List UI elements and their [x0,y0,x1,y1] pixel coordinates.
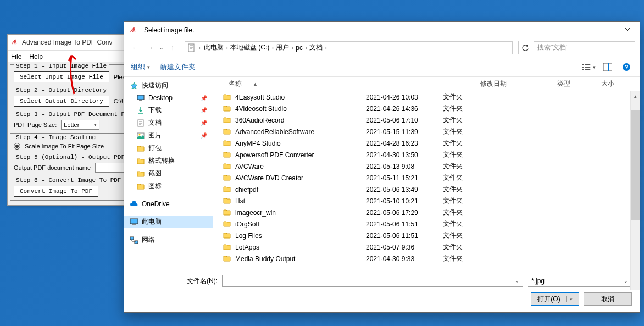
select-input-image-button[interactable]: Select Input Image File [14,71,109,82]
sidebar-item[interactable]: 下载📌 [124,104,213,117]
pin-icon: 📌 [201,95,207,101]
select-output-directory-button[interactable]: Select Output Directory [14,96,109,107]
breadcrumb-segment[interactable]: pc [295,43,304,53]
file-row[interactable]: Apowersoft PDF Converter2021-04-30 13:50… [213,149,640,161]
nav-forward-button[interactable]: → [144,41,157,54]
breadcrumb-segment[interactable]: 此电脑 [203,42,225,53]
pictures-icon [136,131,145,140]
file-date: 2021-05-06 11:51 [360,232,437,240]
file-type: 文件夹 [437,208,481,217]
folder-icon [223,197,232,205]
folder-icon [136,144,145,153]
sidebar-item[interactable]: 格式转换 [124,154,213,167]
file-row[interactable]: 4Videosoft Studio2021-04-26 14:36文件夹 [213,103,640,114]
file-row[interactable]: imageocr_win2021-05-06 17:29文件夹 [213,207,640,218]
file-row[interactable]: AVCWare DVD Creator2021-05-11 15:21文件夹 [213,172,640,184]
nav-history-dropdown[interactable]: ⌄ [159,45,164,51]
folder-icon [223,151,232,159]
folder-icon [136,169,145,178]
nav-back-button[interactable]: ← [129,41,142,54]
file-type: 文件夹 [437,115,481,125]
sidebar-this-pc[interactable]: 此电脑 [124,216,213,228]
file-row[interactable]: chiefpdf2021-05-06 13:49文件夹 [213,184,640,195]
menu-help[interactable]: Help [29,53,43,60]
file-name: AVCWare [235,163,264,170]
documents-icon [136,119,145,128]
breadcrumb-segment[interactable]: 用户 [275,42,290,53]
file-type: 文件夹 [437,139,481,148]
file-name: 4Easysoft Studio [235,93,285,101]
column-type[interactable]: 类型 [552,79,596,89]
column-date[interactable]: 修改日期 [475,79,552,89]
breadcrumb-segment[interactable]: 文档 [308,42,324,53]
column-name[interactable]: 名称 ▲ [213,79,475,89]
convert-button[interactable]: Convert Image To PDF [14,186,98,197]
sidebar-item[interactable]: 打包 [124,142,213,154]
sidebar-item[interactable]: 图标 [124,180,213,192]
refresh-button[interactable] [518,41,531,54]
svg-rect-6 [585,69,591,70]
search-input[interactable]: 搜索"文档" [534,41,635,54]
folder-icon [223,186,232,194]
nav-up-button[interactable]: ↑ [166,41,179,54]
file-row[interactable]: LotApps2021-05-07 9:36文件夹 [213,241,640,253]
sidebar-item-label: 文档 [148,118,162,128]
file-list[interactable]: 4Easysoft Studio2021-04-26 10:03文件夹4Vide… [213,91,640,269]
menu-file[interactable]: File [11,53,21,60]
sidebar-item[interactable]: 图片📌 [124,129,213,142]
close-button[interactable] [615,22,640,38]
page-size-dropdown[interactable]: Letter▾ [61,120,99,130]
scale-radio[interactable] [14,143,20,150]
file-row[interactable]: Hst2021-05-10 10:21文件夹 [213,195,640,207]
dialog-toolbar: 组织 ▾ 新建文件夹 ▾ ? [124,57,640,77]
file-name: 4Videosoft Studio [235,105,287,113]
filename-label: 文件名(N): [132,277,218,286]
folder-icon [136,182,145,191]
cancel-button[interactable]: 取消 [584,292,632,306]
file-name: Log Files [235,232,262,240]
column-size[interactable]: 大小 [596,79,640,89]
svg-rect-3 [582,67,584,68]
file-row[interactable]: Log Files2021-05-06 11:51文件夹 [213,230,640,241]
cloud-icon [130,200,138,208]
sidebar-item[interactable]: Desktop📌 [124,92,213,104]
file-row[interactable]: AnyMP4 Studio2021-04-28 16:23文件夹 [213,137,640,149]
file-row[interactable]: AdvancedReliableSoftware2021-05-15 11:39… [213,126,640,137]
documents-icon [187,43,196,52]
scroll-up-icon[interactable]: ▴ [631,91,640,101]
view-list-icon [582,63,593,71]
open-button[interactable]: 打开(O)▾ [531,292,579,306]
sidebar-onedrive[interactable]: OneDrive [124,198,213,210]
scroll-thumb[interactable] [631,110,640,220]
file-row[interactable]: 4Easysoft Studio2021-04-26 10:03文件夹 [213,91,640,103]
preview-pane-button[interactable] [601,60,614,74]
breadcrumb-segment[interactable]: 本地磁盘 (C:) [229,42,270,53]
pin-icon: 📌 [201,120,207,126]
address-bar[interactable]: › 此电脑›本地磁盘 (C:)›用户›pc›文档› [185,41,513,54]
step4-radio-label: Scale Image To Fit Page Size [25,143,104,150]
filetype-select[interactable]: *.jpg ⌄ [528,275,632,287]
file-date: 2021-05-13 9:08 [360,163,437,170]
file-name: 360AudioRecord [235,117,284,124]
file-row[interactable]: Media Buddy Output2021-04-30 9:33文件夹 [213,253,640,264]
sidebar-item[interactable]: 文档📌 [124,117,213,129]
organize-button[interactable]: 组织 ▾ [131,62,150,72]
file-row[interactable]: AVCWare2021-05-13 9:08文件夹 [213,161,640,172]
close-icon [625,27,630,33]
sidebar-quick-access[interactable]: 快速访问 [124,79,213,92]
view-options-button[interactable]: ▾ [582,60,596,74]
new-folder-button[interactable]: 新建文件夹 [160,62,196,72]
filename-input[interactable]: ⌄ [222,275,523,287]
file-type: 文件夹 [437,242,481,252]
sidebar-network[interactable]: 网络 [124,234,213,246]
sidebar-item[interactable]: 截图 [124,167,213,180]
file-name: chiefpdf [235,186,258,194]
step5-label: Output PDF document name [14,164,91,171]
vertical-scrollbar[interactable]: ▴ [630,91,640,290]
file-row[interactable]: iOrgSoft2021-05-06 11:51文件夹 [213,218,640,230]
chevron-down-icon: ⌄ [624,278,628,284]
sidebar: 快速访问 Desktop📌下载📌文档📌图片📌打包格式转换截图图标 OneDriv… [124,77,213,269]
file-row[interactable]: 360AudioRecord2021-05-06 17:10文件夹 [213,114,640,126]
help-button[interactable]: ? [620,60,633,74]
search-placeholder: 搜索"文档" [537,43,569,52]
